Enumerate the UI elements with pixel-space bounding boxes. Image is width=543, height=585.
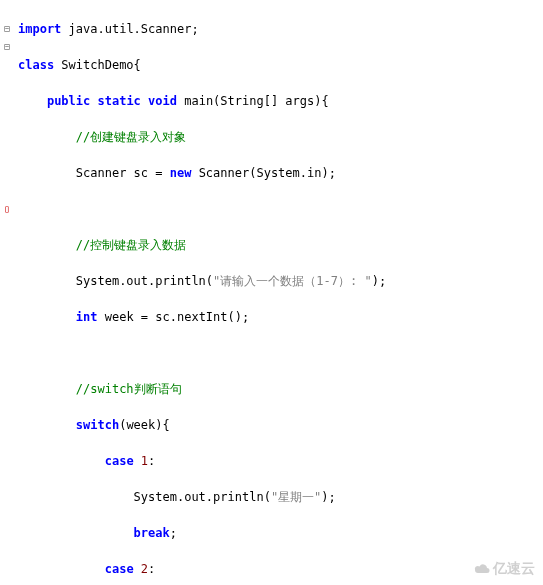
watermark: 亿速云 xyxy=(471,558,535,579)
code-line: break; xyxy=(18,524,539,542)
code-line: System.out.println("星期一"); xyxy=(18,488,539,506)
code-line xyxy=(18,200,539,218)
code-line: case 2: xyxy=(18,560,539,578)
code-line: import java.util.Scanner; xyxy=(18,20,539,38)
code-line: //switch判断语句 xyxy=(18,380,539,398)
code-line xyxy=(18,344,539,362)
code-line: int week = sc.nextInt(); xyxy=(18,308,539,326)
fold-icon[interactable]: ⊟ xyxy=(0,20,14,38)
fold-icon[interactable]: ⊟ xyxy=(0,38,14,56)
fold-mark-icon: ▯ xyxy=(0,200,14,218)
code-line: case 1: xyxy=(18,452,539,470)
code-line: switch(week){ xyxy=(18,416,539,434)
code-line: Scanner sc = new Scanner(System.in); xyxy=(18,164,539,182)
code-line: class SwitchDemo{ xyxy=(18,56,539,74)
code-line: public static void main(String[] args){ xyxy=(18,92,539,110)
code-editor[interactable]: ⊟ ⊟ ▯ import java.util.Scanner; class Sw… xyxy=(0,0,543,585)
code-line: //创建键盘录入对象 xyxy=(18,128,539,146)
code-line: //控制键盘录入数据 xyxy=(18,236,539,254)
code-area[interactable]: import java.util.Scanner; class SwitchDe… xyxy=(14,0,543,585)
gutter: ⊟ ⊟ ▯ xyxy=(0,0,14,585)
cloud-icon xyxy=(471,562,491,576)
code-line: System.out.println("请输入一个数据（1-7）: "); xyxy=(18,272,539,290)
